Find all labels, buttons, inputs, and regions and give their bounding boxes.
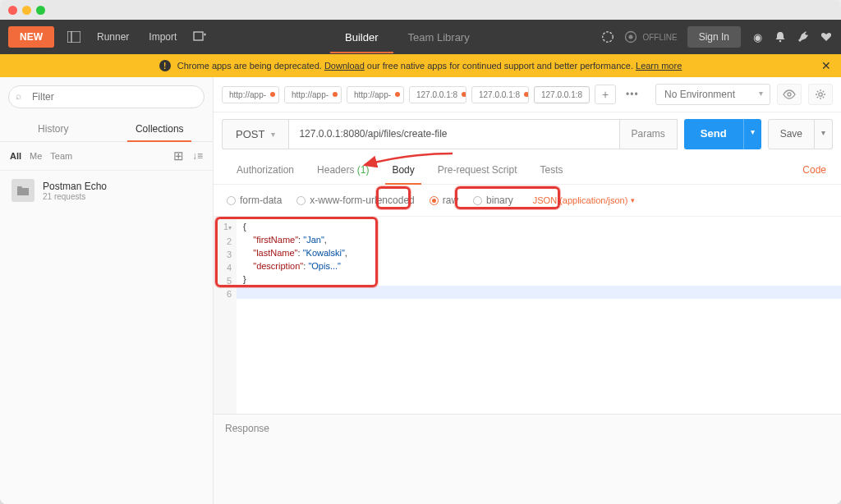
warning-icon: ! xyxy=(159,60,171,71)
response-panel: Response xyxy=(214,414,841,504)
form-data-radio[interactable]: form-data xyxy=(227,195,282,206)
svg-point-10 xyxy=(819,93,822,96)
center-tabs: Builder Team Library xyxy=(213,21,601,53)
close-banner-icon[interactable]: ✕ xyxy=(821,59,831,72)
maximize-window-button[interactable] xyxy=(36,6,45,15)
offline-label: OFFLINE xyxy=(642,33,677,42)
raw-radio[interactable]: raw xyxy=(430,195,458,206)
content-type-select[interactable]: JSON (application/json)▾ xyxy=(528,193,641,208)
close-window-button[interactable] xyxy=(8,6,17,15)
toggle-sidebar-icon[interactable] xyxy=(61,25,87,48)
request-subtabs: Authorization Headers (1) Body Pre-reque… xyxy=(214,156,841,185)
learn-more-link[interactable]: Learn more xyxy=(636,61,682,71)
new-button[interactable]: NEW xyxy=(8,26,54,48)
signin-button[interactable]: Sign In xyxy=(687,26,741,48)
download-link[interactable]: Download xyxy=(324,61,365,71)
prerequest-tab[interactable]: Pre-request Script xyxy=(426,156,529,184)
environment-select[interactable]: No Environment xyxy=(655,84,770,105)
request-tabs-row: http://app- http://app- http://app- 127.… xyxy=(214,77,841,112)
line-gutter: 1▾23456 xyxy=(214,217,237,414)
request-row: POST▾ 127.0.0.1:8080/api/files/create-fi… xyxy=(214,112,841,156)
banner-text: Chrome apps are being deprecated. xyxy=(177,61,324,71)
code-content[interactable]: { "firstName": "Jan", "lastName": "Kowal… xyxy=(237,217,841,414)
filter-me[interactable]: Me xyxy=(30,151,42,161)
body-tab[interactable]: Body xyxy=(380,156,425,184)
tests-tab[interactable]: Tests xyxy=(528,156,574,184)
svg-point-5 xyxy=(603,32,613,42)
runner-button[interactable]: Runner xyxy=(87,26,139,48)
main-toolbar: NEW Runner Import Builder Team Library O… xyxy=(0,20,841,54)
body-editor[interactable]: 1▾23456 { "firstName": "Jan", "lastName"… xyxy=(214,217,841,414)
filter-input[interactable] xyxy=(8,85,205,108)
svg-point-8 xyxy=(779,40,782,43)
svg-rect-0 xyxy=(67,31,80,43)
request-tab-active[interactable]: 127.0.0.1:8 xyxy=(534,86,590,103)
save-dropdown[interactable]: ▾ xyxy=(815,119,833,149)
binary-radio[interactable]: binary xyxy=(473,195,513,206)
authorization-tab[interactable]: Authorization xyxy=(225,156,306,184)
banner-text-mid: our free native apps for continued suppo… xyxy=(367,61,636,71)
collection-item[interactable]: Postman Echo 21 requests xyxy=(0,171,213,210)
offline-status: OFFLINE xyxy=(624,30,677,44)
builder-tab[interactable]: Builder xyxy=(330,21,393,53)
collection-name: Postman Echo xyxy=(43,181,107,192)
collection-count: 21 requests xyxy=(43,192,107,201)
request-tab[interactable]: http://app- xyxy=(347,86,404,103)
satellite-icon[interactable]: ◉ xyxy=(751,30,764,44)
request-tab[interactable]: 127.0.0.1:8 xyxy=(409,86,466,103)
save-button[interactable]: Save xyxy=(768,119,815,149)
sidebar: ⌕ History Collections All Me Team ⊞ ↓≡ xyxy=(0,77,214,504)
minimize-window-button[interactable] xyxy=(22,6,31,15)
filter-container: ⌕ xyxy=(8,85,205,108)
search-icon: ⌕ xyxy=(16,90,21,102)
main-panel: http://app- http://app- http://app- 127.… xyxy=(214,77,841,504)
team-library-tab[interactable]: Team Library xyxy=(393,21,485,53)
filter-all[interactable]: All xyxy=(10,151,21,161)
history-tab[interactable]: History xyxy=(0,117,107,141)
headers-tab[interactable]: Headers (1) xyxy=(306,156,380,184)
request-tab[interactable]: http://app- xyxy=(222,86,279,103)
env-quicklook-icon[interactable] xyxy=(777,84,802,105)
svg-point-9 xyxy=(788,93,791,96)
env-manage-icon[interactable] xyxy=(808,84,833,105)
notifications-icon[interactable] xyxy=(774,30,787,44)
send-button[interactable]: Send xyxy=(684,119,743,149)
folder-icon xyxy=(11,179,34,202)
code-link[interactable]: Code xyxy=(802,164,830,176)
request-tab[interactable]: http://app- xyxy=(284,86,342,103)
sort-collections-icon[interactable]: ↓≡ xyxy=(192,150,203,162)
request-tab[interactable]: 127.0.0.1:8 xyxy=(471,86,529,103)
svg-point-7 xyxy=(629,35,633,39)
send-dropdown[interactable]: ▾ xyxy=(743,119,761,149)
body-type-row: form-data x-www-form-urlencoded raw bina… xyxy=(214,185,841,217)
new-collection-icon[interactable]: ⊞ xyxy=(173,149,184,163)
heart-icon[interactable] xyxy=(820,30,833,44)
collections-tab[interactable]: Collections xyxy=(107,117,214,141)
import-button[interactable]: Import xyxy=(139,26,186,48)
postman-window: NEW Runner Import Builder Team Library O… xyxy=(0,0,841,504)
urlencoded-radio[interactable]: x-www-form-urlencoded xyxy=(296,195,414,206)
new-window-icon[interactable] xyxy=(186,25,213,48)
url-input[interactable]: 127.0.0.1:8080/api/files/create-file xyxy=(288,119,619,149)
filter-team[interactable]: Team xyxy=(50,151,72,161)
sync-icon[interactable] xyxy=(601,30,614,44)
deprecation-banner: ! Chrome apps are being deprecated. Down… xyxy=(0,54,841,77)
tab-overflow-icon[interactable]: ••• xyxy=(621,89,644,100)
response-label: Response xyxy=(225,423,269,434)
titlebar xyxy=(0,0,841,20)
settings-icon[interactable] xyxy=(797,30,810,44)
new-tab-button[interactable]: + xyxy=(595,85,616,104)
method-select[interactable]: POST▾ xyxy=(222,119,288,149)
params-button[interactable]: Params xyxy=(620,119,678,149)
svg-rect-2 xyxy=(194,32,203,40)
